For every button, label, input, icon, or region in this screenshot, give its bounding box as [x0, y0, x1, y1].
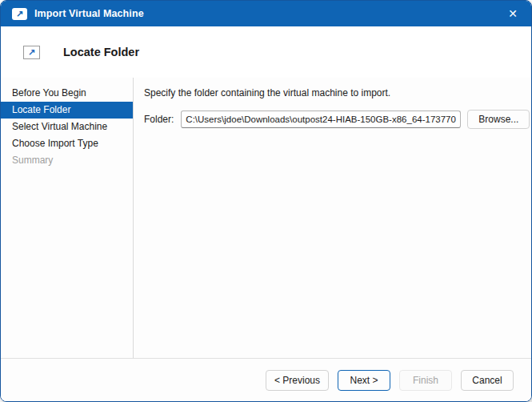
- sidebar-item-locate-folder[interactable]: Locate Folder: [1, 102, 133, 119]
- window-title: Import Virtual Machine: [34, 8, 144, 19]
- browse-button[interactable]: Browse...: [467, 110, 530, 129]
- wizard-header: ↗ Locate Folder: [1, 26, 531, 78]
- wizard-import-arrow-icon: ↗: [23, 46, 40, 59]
- sidebar-item-summary: Summary: [1, 152, 133, 169]
- main-content: Specify the folder containing the virtua…: [134, 78, 532, 358]
- folder-path-input[interactable]: [181, 111, 461, 128]
- wizard-steps-sidebar: Before You Begin Locate Folder Select Vi…: [1, 78, 134, 358]
- page-title: Locate Folder: [63, 46, 139, 58]
- folder-row: Folder: Browse...: [144, 110, 530, 129]
- finish-button: Finish: [399, 370, 452, 391]
- wizard-body: Before You Begin Locate Folder Select Vi…: [1, 78, 531, 358]
- title-bar: ↗ Import Virtual Machine ✕: [1, 1, 531, 26]
- instruction-text: Specify the folder containing the virtua…: [144, 87, 530, 98]
- close-icon: ✕: [508, 7, 518, 20]
- close-button[interactable]: ✕: [494, 1, 531, 26]
- import-vm-wizard-window: ↗ Import Virtual Machine ✕ ↗ Locate Fold…: [0, 0, 532, 402]
- app-import-arrow-icon: ↗: [12, 8, 27, 20]
- next-button[interactable]: Next >: [338, 370, 390, 391]
- previous-button[interactable]: < Previous: [266, 370, 329, 391]
- cancel-button[interactable]: Cancel: [461, 370, 514, 391]
- sidebar-item-select-virtual-machine[interactable]: Select Virtual Machine: [1, 119, 133, 135]
- sidebar-item-choose-import-type[interactable]: Choose Import Type: [1, 135, 133, 152]
- sidebar-item-before-you-begin[interactable]: Before You Begin: [1, 85, 133, 102]
- folder-label: Folder:: [144, 114, 174, 125]
- footer-button-bar: < Previous Next > Finish Cancel: [1, 358, 531, 401]
